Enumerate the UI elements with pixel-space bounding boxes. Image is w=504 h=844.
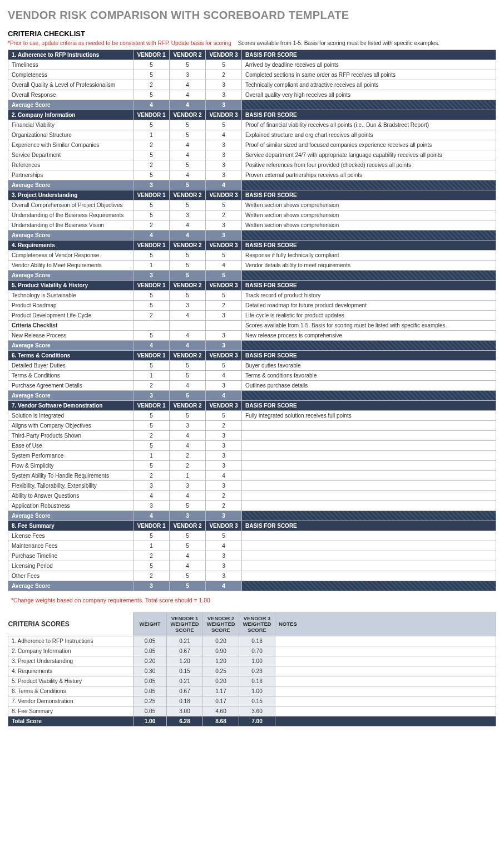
basis-cell [242, 421, 496, 431]
average-hatch-cell [242, 581, 496, 591]
score-cell: 3 [206, 451, 242, 461]
criteria-row: Completeness532Completed sections in sam… [8, 70, 496, 80]
basis-cell [242, 571, 496, 581]
average-hatch-cell [242, 271, 496, 281]
section-title-cell: 6. Terms & Conditions [8, 351, 134, 361]
scores-note: Scores available from 1-5. Basis for sco… [238, 40, 439, 46]
criteria-row: Partnerships543Proven external partnersh… [8, 170, 496, 180]
score-cell: 3 [206, 311, 242, 321]
score-cell: 5 [206, 531, 242, 541]
criteria-row: Flow & Simplicity523 [8, 461, 496, 471]
basis-cell: Service department 24/7 with appropriate… [242, 150, 496, 160]
score-cell: 2 [134, 311, 170, 321]
score-cell: 5 [206, 291, 242, 301]
average-hatch-cell [242, 341, 496, 351]
weight-cell: 0.05 [134, 676, 167, 686]
score-criteria-cell: 1. Adherence to RFP Instructions [8, 636, 134, 646]
notes-cell [275, 706, 496, 717]
score-criteria-cell: 2. Company Information [8, 646, 134, 656]
score-cell: 5 [134, 200, 170, 210]
score-row: 2. Company Information0.050.670.900.70 [8, 646, 496, 656]
basis-cell [242, 461, 496, 471]
weight-cell: 0.05 [134, 686, 167, 696]
score-cell: 3 [206, 331, 242, 341]
criteria-row: Financial Viability555Proof of financial… [8, 120, 496, 130]
criteria-row: New Release Process543New release proces… [8, 331, 496, 341]
basis-cell: Written section shows comprehension [242, 210, 496, 220]
criteria-row: Other Fees253 [8, 571, 496, 581]
vendor-header: VENDOR 3 [206, 110, 242, 120]
score-cell: 5 [206, 60, 242, 70]
score-cell: 3 [206, 160, 242, 170]
score-cell: 3 [206, 551, 242, 561]
criteria-row: Detailed Buyer Duties555Buyer duties fav… [8, 361, 496, 371]
criteria-cell: Purchase Agreement Details [8, 381, 134, 391]
average-label-cell: Average Score [8, 271, 134, 281]
notes-cell [275, 666, 496, 676]
average-value-cell: 3 [206, 230, 242, 241]
score-criteria-cell: 3. Project Understanding [8, 656, 134, 666]
average-value-cell: 5 [170, 581, 206, 591]
scores-header-cell: VENDOR 1 WEIGHTED SCORE [167, 613, 203, 636]
score-cell: 4 [206, 471, 242, 481]
score-row: 5. Product Viability & History0.050.210.… [8, 676, 496, 686]
average-value-cell: 3 [134, 180, 170, 190]
score-cell: 4 [170, 551, 206, 561]
score-criteria-cell: 6. Terms & Conditions [8, 686, 134, 696]
section-title-cell: 5. Product Viability & History [8, 281, 134, 291]
score-cell: 5 [206, 361, 242, 371]
criteria-row: Organizational Structure154Explained str… [8, 130, 496, 140]
section-header-row: 2. Company InformationVENDOR 1VENDOR 2VE… [8, 110, 496, 120]
score-cell: 3 [206, 561, 242, 571]
section-header-row: 4. RequirementsVENDOR 1VENDOR 2VENDOR 3B… [8, 241, 496, 251]
basis-cell: Completed sections in same order as RFP … [242, 70, 496, 80]
score-cell: 5 [134, 70, 170, 80]
vendor-header: VENDOR 2 [170, 351, 206, 361]
criteria-cell: Understanding of the Business Requiremen… [8, 210, 134, 220]
criteria-row: Ability to Answer Questions442 [8, 491, 496, 501]
score-cell: 2 [134, 140, 170, 150]
basis-cell [242, 431, 496, 441]
vendor-header: VENDOR 2 [170, 401, 206, 411]
vendor-header: VENDOR 1 [134, 401, 170, 411]
section-header-row: 8. Fee SummaryVENDOR 1VENDOR 2VENDOR 3BA… [8, 521, 496, 531]
section-title-cell: 4. Requirements [8, 241, 134, 251]
basis-cell: New release process is comprehensive [242, 331, 496, 341]
score-cell: 3 [206, 140, 242, 150]
vendor-header: VENDOR 3 [206, 401, 242, 411]
average-value-cell: 4 [206, 391, 242, 401]
score-cell: 5 [134, 170, 170, 180]
criteria-row: Experience with Similar Companies243Proo… [8, 140, 496, 150]
basis-header: BASIS FOR SCORE [242, 401, 496, 411]
average-label-cell: Average Score [8, 100, 134, 110]
average-value-cell: 4 [134, 511, 170, 521]
average-label-cell: Average Score [8, 511, 134, 521]
score-cell: 4 [206, 130, 242, 140]
weight-cell: 0.05 [134, 646, 167, 656]
score-cell: 5 [170, 571, 206, 581]
weighted-score-cell: 0.15 [167, 666, 203, 676]
section-title-cell: 8. Fee Summary [8, 521, 134, 531]
score-cell: 3 [206, 150, 242, 160]
average-label-cell: Average Score [8, 341, 134, 351]
basis-cell: Response if fully technically compliant [242, 251, 496, 261]
average-row: Average Score443 [8, 100, 496, 110]
score-cell [170, 321, 206, 331]
score-cell: 4 [170, 431, 206, 441]
score-cell: 3 [206, 441, 242, 451]
average-value-cell: 5 [170, 180, 206, 190]
average-value-cell: 3 [170, 511, 206, 521]
vendor-header: VENDOR 2 [170, 241, 206, 251]
average-row: Average Score354 [8, 581, 496, 591]
weighted-score-cell: 0.21 [167, 676, 203, 686]
criteria-cell: Detailed Buyer Duties [8, 361, 134, 371]
section-header-row: 7. Vendor Software DemonstrationVENDOR 1… [8, 401, 496, 411]
average-row: Average Score433 [8, 511, 496, 521]
criteria-cell: Completeness [8, 70, 134, 80]
score-cell: 3 [206, 80, 242, 90]
criteria-row: Overall Quality & Level of Professionali… [8, 80, 496, 90]
weighted-score-cell: 0.16 [239, 676, 275, 686]
average-value-cell: 4 [170, 230, 206, 241]
score-cell: 3 [170, 421, 206, 431]
total-label-cell: Total Score [8, 717, 134, 727]
